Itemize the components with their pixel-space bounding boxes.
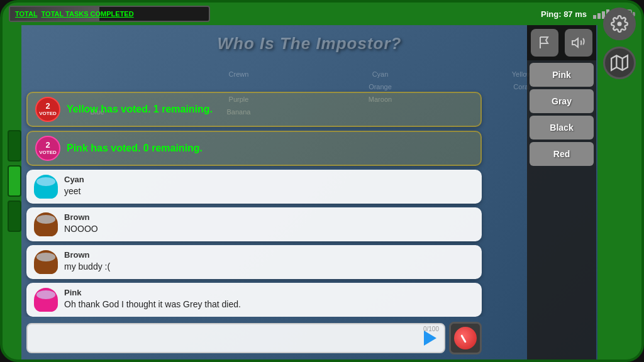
msg-text-pink-voted: Pink has voted. 0 remaining. [67,142,203,155]
voted-number-yellow: 2 [45,102,50,111]
chat-input[interactable] [33,332,421,344]
msg-sender-pink: Pink [64,288,474,297]
ping-label: Ping: 87 ms [541,9,587,19]
char-count: 0/100 [423,326,439,332]
timer-label: s In: 5s [453,358,477,362]
side-btn-bottom [8,200,21,232]
vote-pink-button[interactable]: Pink [530,63,594,87]
msg-sender-cyan: Cyan [64,175,474,184]
msg-text-pink: Oh thank God I thought it was Grey that … [64,299,474,310]
voted-text-pink: VOTED [39,150,57,156]
msg-text-brown-1: NOOOO [64,223,474,234]
tasks-full-label: TOTAL TASKS COMPLETED [42,10,134,18]
tasks-bar: TOTAL TOTAL TASKS COMPLETED [9,6,210,22]
msg-text-yellow-voted: Yellow has voted. 1 remaining. [67,103,213,116]
side-btn-middle[interactable] [8,165,21,197]
vote-red-button[interactable]: Red [530,142,594,166]
msg-content-brown-2: Brown my buddy :( [64,250,474,272]
chat-msg-pink: Pink Oh thank God I thought it was Grey … [26,283,482,317]
map-button[interactable] [603,47,636,79]
avatar-pink [34,288,58,312]
vote-panel: Pink Gray Black Red [527,25,596,359]
left-side-buttons [8,130,21,232]
send-arrow-icon [424,331,436,346]
msg-sender-brown-2: Brown [64,250,474,260]
voted-number-pink: 2 [45,141,50,150]
vote-panel-top [527,25,596,60]
right-panel [597,3,641,359]
vote-gray-button[interactable]: Gray [530,89,594,113]
msg-text-brown-2: my buddy :( [64,261,474,272]
voted-badge-pink: 2 VOTED [35,136,60,161]
tasks-highlight: TOTAL [15,10,37,18]
voted-badge-yellow: 2 VOTED [35,97,60,122]
vote-options: Pink Gray Black Red [527,60,596,359]
top-bar: TOTAL TOTAL TASKS COMPLETED Ping: 87 ms [3,3,641,25]
speedometer-button[interactable] [449,322,482,354]
speedometer-icon [454,327,477,349]
chat-msg-pink-voted: 2 VOTED Pink has voted. 0 remaining. [26,131,482,166]
chat-msg-brown-1: Brown NOOOO [26,207,482,241]
tasks-label: TOTAL TOTAL TASKS COMPLETED [10,10,139,18]
avatar-cyan [34,175,58,199]
avatar-brown-2 [34,250,58,274]
speed-needle [460,334,467,343]
chat-msg-brown-2: Brown my buddy :( [26,245,482,279]
msg-content-pink: Pink Oh thank God I thought it was Grey … [64,288,474,310]
avatar-brown-1 [34,212,58,236]
flag-button[interactable] [531,29,558,57]
vote-black-button[interactable]: Black [530,116,594,140]
side-btn-top [8,130,21,162]
msg-content-brown-1: Brown NOOOO [64,212,474,234]
chat-input-container[interactable]: 0/100 [26,323,445,353]
device-frame: TOTAL TOTAL TASKS COMPLETED Ping: 87 ms … [0,0,644,362]
chat-msg-cyan: Cyan yeet [26,170,482,204]
chat-input-row: 0/100 s In: 5s [21,317,487,359]
chat-msg-yellow-voted: 2 VOTED Yellow has voted. 1 remaining. [26,92,482,127]
msg-sender-brown-1: Brown [64,212,474,222]
voted-text-yellow: VOTED [39,111,57,117]
speaker-button[interactable] [565,29,592,57]
msg-content-cyan: Cyan yeet [64,175,474,197]
gear-button[interactable] [603,8,636,40]
timer-text: s In: 5s [453,358,477,362]
chat-messages: 2 VOTED Yellow has voted. 1 remaining. 2… [21,25,487,317]
msg-text-cyan: yeet [64,185,474,197]
chat-panel: 2 VOTED Yellow has voted. 1 remaining. 2… [21,25,487,359]
